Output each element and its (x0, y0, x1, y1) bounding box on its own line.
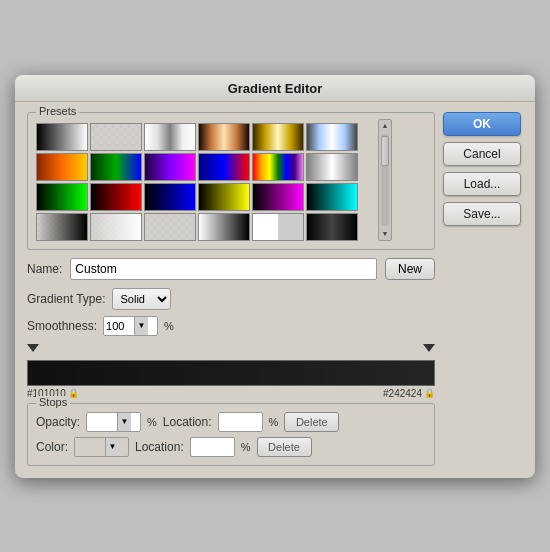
stop-labels: #101010 🔒 #242424 🔒 (27, 388, 435, 399)
preset-swatch[interactable] (198, 213, 250, 241)
stops-label: Stops (36, 396, 70, 408)
preset-swatch[interactable] (36, 213, 88, 241)
load-button[interactable]: Load... (443, 172, 521, 196)
name-row: Name: New (27, 258, 435, 280)
opacity-location-input[interactable] (218, 412, 263, 432)
gradient-bar-area: #101010 🔒 #242424 🔒 (27, 344, 435, 399)
preset-swatch[interactable] (252, 123, 304, 151)
dialog-title: Gradient Editor (15, 75, 535, 102)
preset-swatch[interactable] (306, 183, 358, 211)
gradient-props: Gradient Type: Solid Noise Smoothness: ▼ (27, 288, 435, 336)
right-color-value: #242424 (383, 388, 422, 399)
name-label: Name: (27, 262, 62, 276)
preset-swatch[interactable] (198, 183, 250, 211)
color-stop-row: Color: ▼ Location: % Delete (36, 437, 426, 457)
preset-swatch[interactable] (90, 183, 142, 211)
smoothness-row: Smoothness: ▼ % (27, 316, 435, 336)
preset-swatch[interactable] (198, 123, 250, 151)
presets-container: ▲ ▼ (36, 119, 426, 241)
right-lock-icon: 🔒 (424, 388, 435, 398)
smoothness-input-wrapper: ▼ (103, 316, 158, 336)
preset-swatch[interactable] (144, 123, 196, 151)
preset-swatch[interactable] (144, 153, 196, 181)
delete-color-button[interactable]: Delete (257, 437, 312, 457)
top-stop-markers (27, 344, 435, 358)
presets-grid (36, 123, 358, 241)
color-location-input[interactable] (190, 437, 235, 457)
gradient-type-select-wrapper: Solid Noise (112, 288, 171, 310)
stop-marker-right-top[interactable] (423, 344, 435, 360)
preset-swatch[interactable] (144, 183, 196, 211)
cancel-button[interactable]: Cancel (443, 142, 521, 166)
opacity-label: Opacity: (36, 415, 80, 429)
smoothness-arrow[interactable]: ▼ (134, 317, 148, 335)
scroll-up-button[interactable]: ▲ (379, 120, 391, 132)
presets-label: Presets (36, 105, 79, 117)
opacity-stop-row: Opacity: ▼ % Location: % Delete (36, 412, 426, 432)
gradient-editor-dialog: Gradient Editor Presets (15, 75, 535, 478)
preset-swatch[interactable] (306, 123, 358, 151)
preset-swatch[interactable] (90, 123, 142, 151)
name-input[interactable] (70, 258, 377, 280)
presets-scrollbar[interactable]: ▲ ▼ (378, 119, 392, 241)
new-button[interactable]: New (385, 258, 435, 280)
presets-group: Presets (27, 112, 435, 250)
preset-swatch[interactable] (252, 213, 304, 241)
color-swatch[interactable] (75, 438, 105, 456)
gradient-type-select[interactable]: Solid Noise (112, 288, 171, 310)
opacity-arrow[interactable]: ▼ (117, 413, 131, 431)
stop-label-right: #242424 🔒 (383, 388, 435, 399)
delete-opacity-button[interactable]: Delete (284, 412, 339, 432)
stop-marker-left-top[interactable] (27, 344, 39, 360)
scroll-thumb[interactable] (381, 136, 389, 166)
preset-swatch[interactable] (252, 153, 304, 181)
left-panel: Presets (27, 112, 435, 466)
color-swatch-wrapper: ▼ (74, 437, 129, 457)
smoothness-unit: % (164, 320, 174, 332)
preset-swatch[interactable] (36, 153, 88, 181)
ok-button[interactable]: OK (443, 112, 521, 136)
right-panel: OK Cancel Load... Save... (443, 112, 523, 466)
preset-swatch[interactable] (306, 213, 358, 241)
preset-swatch[interactable] (36, 123, 88, 151)
save-button[interactable]: Save... (443, 202, 521, 226)
color-arrow[interactable]: ▼ (105, 438, 119, 456)
opacity-location-unit: % (269, 416, 279, 428)
gradient-type-label: Gradient Type: (27, 292, 106, 306)
preset-swatch[interactable] (90, 153, 142, 181)
color-location-unit: % (241, 441, 251, 453)
smoothness-input[interactable] (104, 320, 134, 332)
scroll-track (381, 134, 389, 226)
color-location-label: Location: (135, 440, 184, 454)
preset-swatch[interactable] (198, 153, 250, 181)
preset-swatch[interactable] (36, 183, 88, 211)
scroll-down-button[interactable]: ▼ (379, 228, 391, 240)
smoothness-label: Smoothness: (27, 319, 97, 333)
stops-group: Stops Opacity: ▼ % Location: % Delete (27, 403, 435, 466)
opacity-location-label: Location: (163, 415, 212, 429)
opacity-input[interactable] (87, 416, 117, 428)
color-label: Color: (36, 440, 68, 454)
opacity-unit: % (147, 416, 157, 428)
preset-swatch[interactable] (252, 183, 304, 211)
gradient-bar[interactable] (27, 360, 435, 386)
preset-swatch[interactable] (90, 213, 142, 241)
preset-swatch[interactable] (144, 213, 196, 241)
opacity-input-wrapper: ▼ (86, 412, 141, 432)
gradient-type-row: Gradient Type: Solid Noise (27, 288, 435, 310)
preset-swatch[interactable] (306, 153, 358, 181)
